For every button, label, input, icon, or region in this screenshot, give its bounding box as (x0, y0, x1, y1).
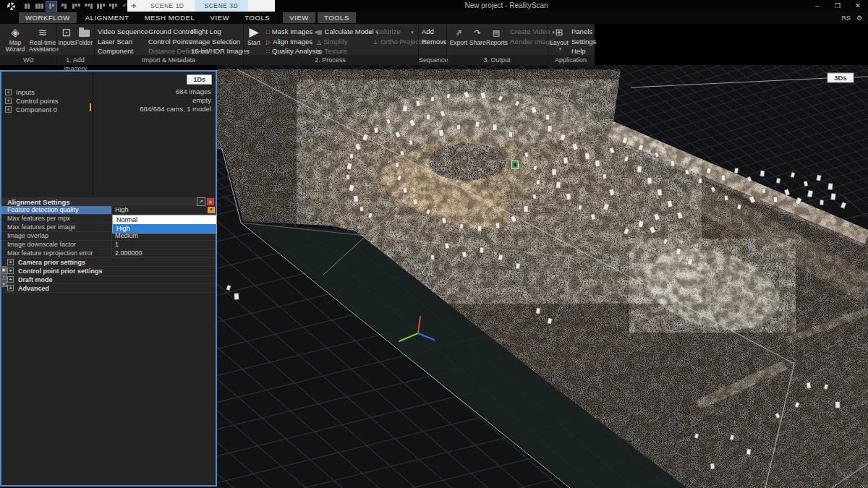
camera-marker[interactable] (566, 194, 571, 200)
camera-marker[interactable] (480, 247, 484, 253)
camera-marker[interactable] (459, 223, 464, 228)
undock-icon[interactable]: ↗ (197, 197, 205, 206)
camera-marker[interactable] (346, 174, 349, 179)
laser-scan-button[interactable]: Laser Scan (98, 38, 132, 46)
collapse-icon[interactable]: ▾ (0, 281, 7, 287)
camera-marker[interactable] (820, 200, 824, 205)
dropdown-option-high[interactable]: High (113, 224, 216, 233)
setting-row-image-downscale[interactable]: Image downscale factor 1 (1, 241, 216, 249)
panel-close-icon[interactable]: × (207, 198, 214, 205)
camera-marker[interactable] (493, 124, 497, 131)
camera-marker[interactable] (445, 243, 450, 249)
camera-marker[interactable] (416, 100, 421, 106)
camera-marker[interactable] (773, 197, 778, 202)
ground-control-button[interactable]: Ground Control (148, 27, 195, 36)
camera-marker[interactable] (509, 132, 513, 137)
camera-marker[interactable] (395, 162, 399, 167)
group-advanced[interactable]: + Advanced (1, 284, 216, 293)
menu-tools[interactable]: TOOLS (238, 12, 276, 23)
align-images-button[interactable]: ▷Align Images (266, 38, 312, 46)
menu-scene-view[interactable]: VIEW (283, 12, 315, 23)
user-initials[interactable]: RS (841, 14, 851, 22)
selected-camera-marker[interactable] (512, 161, 519, 169)
camera-marker[interactable] (762, 189, 766, 194)
camera-marker[interactable] (721, 175, 726, 181)
camera-marker[interactable] (360, 207, 364, 212)
maximize-button[interactable]: ❐ (827, 0, 848, 12)
hdr-images-button[interactable]: 16-bit/HDR Images (191, 47, 250, 56)
camera-marker[interactable] (710, 463, 715, 469)
expand-plus-icon[interactable]: + (7, 267, 14, 274)
expand-plus-icon[interactable]: + (5, 89, 12, 95)
tree-item-inputs[interactable]: + Inputs (5, 87, 35, 96)
camera-marker[interactable] (354, 196, 359, 202)
scene-3d-viewport[interactable]: 3Ds (217, 65, 868, 488)
sequence-remove-button[interactable]: Remove (422, 38, 447, 46)
close-button[interactable]: ✕ (848, 0, 868, 12)
expand-plus-icon[interactable]: + (7, 276, 14, 283)
inputs-button[interactable]: ⊡ Inputs (58, 25, 75, 46)
realtime-assistance-button[interactable]: ≋ Real-time Assistance (29, 25, 56, 53)
menu-scene-tools[interactable]: TOOLS (318, 12, 356, 23)
camera-marker[interactable] (413, 199, 418, 205)
start-button[interactable]: ▶ Start (244, 25, 263, 46)
camera-marker[interactable] (676, 248, 681, 254)
camera-marker[interactable] (409, 140, 413, 145)
camera-marker[interactable] (403, 187, 407, 193)
camera-marker[interactable] (685, 169, 689, 174)
camera-marker[interactable] (495, 223, 500, 228)
pin-icon[interactable]: ✚ (127, 0, 140, 12)
camera-marker[interactable] (403, 105, 408, 111)
camera-marker[interactable] (442, 218, 446, 223)
camera-marker[interactable] (807, 190, 813, 197)
setting-row-feature-detection-quality[interactable]: Feature detection quality High ▼ (1, 206, 216, 215)
menu-alignment[interactable]: ALIGNMENT (79, 12, 136, 23)
layout-preset-4-icon[interactable] (59, 1, 69, 11)
mask-images-button[interactable]: □Mask Images▾ (266, 27, 318, 36)
camera-marker[interactable] (426, 114, 430, 120)
camera-marker[interactable] (524, 206, 528, 213)
menu-mesh-model[interactable]: MESH MODEL (138, 12, 202, 23)
camera-marker[interactable] (671, 160, 675, 166)
layout-button[interactable]: ⊞ Layout ▾ (549, 25, 569, 52)
camera-marker[interactable] (556, 182, 561, 189)
camera-marker[interactable] (477, 226, 482, 231)
viewport-badge-3ds[interactable]: 3Ds (827, 73, 854, 82)
layout-preset-3-icon[interactable] (46, 1, 56, 11)
layout-preset-8-icon[interactable] (108, 1, 118, 11)
setting-row-max-reprojection-error[interactable]: Max feature reprojection error 2.000000 (1, 249, 216, 258)
settings-button[interactable]: Settings (571, 38, 596, 46)
camera-marker[interactable] (545, 114, 549, 120)
camera-marker[interactable] (603, 174, 607, 179)
sequence-add-button[interactable]: Add (422, 27, 434, 36)
panels-button[interactable]: Panels (571, 27, 592, 36)
camera-marker[interactable] (374, 127, 378, 133)
component-button[interactable]: Component (98, 47, 133, 56)
camera-marker[interactable] (563, 157, 569, 163)
camera-marker[interactable] (647, 178, 652, 184)
layout-preset-7-icon[interactable] (95, 1, 106, 11)
tree-item-control-points[interactable]: + Control points (5, 96, 59, 105)
camera-marker[interactable] (760, 171, 765, 176)
quality-analysis-button[interactable]: ∷Quality Analysis (266, 47, 320, 56)
export-button[interactable]: ⇗ Export (448, 25, 469, 46)
video-sequence-button[interactable]: Video Sequence (98, 27, 148, 36)
camera-marker[interactable] (552, 169, 556, 176)
camera-marker[interactable] (536, 179, 540, 184)
expand-plus-icon[interactable]: + (5, 106, 12, 113)
dock-icon[interactable]: ▣ (0, 266, 7, 273)
camera-marker[interactable] (831, 193, 836, 200)
camera-marker[interactable] (516, 263, 520, 269)
camera-marker[interactable] (475, 121, 480, 127)
camera-marker[interactable] (595, 160, 600, 166)
expand-plus-icon[interactable]: + (7, 259, 14, 265)
split-icon[interactable]: ＋ (0, 273, 7, 280)
camera-marker[interactable] (746, 449, 751, 455)
layout-preset-1-icon[interactable] (22, 1, 32, 11)
colorize-dropdown-icon[interactable]: ▾ (409, 27, 414, 36)
gear-icon[interactable]: ⚙ (856, 14, 862, 22)
camera-marker[interactable] (637, 166, 642, 172)
camera-marker[interactable] (578, 205, 582, 210)
camera-marker[interactable] (585, 153, 590, 159)
minimize-button[interactable]: – (807, 0, 827, 12)
